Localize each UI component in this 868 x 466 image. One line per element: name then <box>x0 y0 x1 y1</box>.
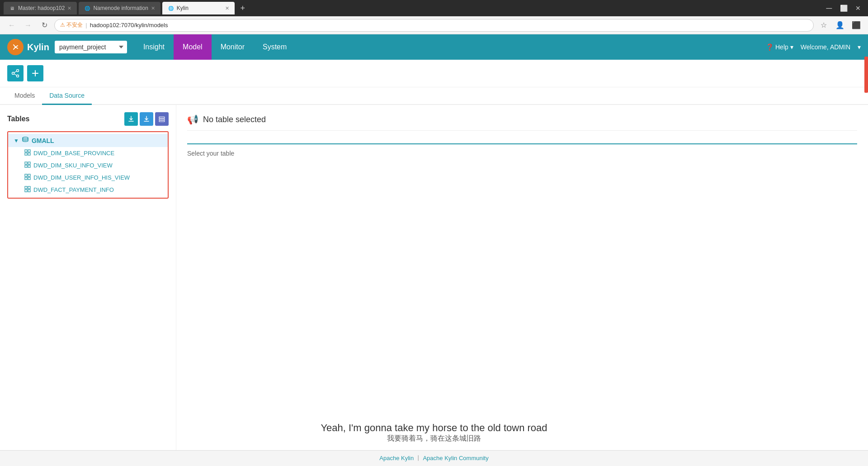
table-name-0: DWD_DIM_BASE_PROVINCE <box>33 150 114 157</box>
svg-rect-25 <box>28 186 30 189</box>
svg-rect-22 <box>25 177 27 180</box>
footer-link-community[interactable]: Apache Kylin Community <box>423 455 488 461</box>
nav-right: ❓ Help ▾ Welcome, ADMIN ▾ <box>766 43 861 51</box>
tab-datasource[interactable]: Data Source <box>42 87 92 105</box>
table-name-1: DWD_DIM_SKU_INFO_VIEW <box>33 162 113 169</box>
help-label: Help <box>775 43 788 51</box>
svg-line-4 <box>14 71 16 73</box>
extension-button[interactable]: ⬛ <box>850 19 863 32</box>
browser-tab-3[interactable]: 🌐 Kylin ✕ <box>162 2 235 14</box>
schema-expand-icon: ▼ <box>14 138 19 144</box>
grid-icon <box>24 186 31 192</box>
content-area: Tables <box>0 105 868 466</box>
toolbar <box>0 60 868 87</box>
nav-insight[interactable]: Insight <box>134 34 174 60</box>
help-button[interactable]: ❓ Help ▾ <box>766 43 793 51</box>
tab-close-2[interactable]: ✕ <box>151 5 155 11</box>
download-icon <box>127 115 135 123</box>
svg-point-2 <box>17 75 19 77</box>
tab-models[interactable]: Models <box>7 87 42 105</box>
back-button[interactable]: ← <box>5 19 18 32</box>
kylin-logo: Kylin <box>7 39 49 55</box>
project-dropdown[interactable]: payment_project <box>55 41 127 53</box>
kylin-logo-icon <box>7 39 24 55</box>
project-selector[interactable]: payment_project <box>55 41 127 53</box>
load-table-btn[interactable] <box>124 112 138 126</box>
reload-button[interactable]: ↻ <box>38 19 51 32</box>
nav-model[interactable]: Model <box>174 34 212 60</box>
account-button[interactable]: 👤 <box>834 19 846 32</box>
forward-button[interactable]: → <box>22 19 34 32</box>
grid-icon <box>24 149 31 156</box>
svg-rect-20 <box>25 174 27 176</box>
welcome-text[interactable]: Welcome, ADMIN <box>801 43 850 51</box>
share-icon <box>11 69 19 77</box>
table-name-3: DWD_FACT_PAYMENT_INFO <box>33 186 114 193</box>
db-schema-icon <box>22 137 29 143</box>
nav-links: Insight Model Monitor System <box>134 34 296 60</box>
table-grid-icon-2 <box>24 174 31 181</box>
svg-rect-8 <box>159 117 165 118</box>
table-tree: ▼ GMALL <box>7 131 169 199</box>
share-button[interactable] <box>7 65 24 81</box>
scroll-indicator[interactable] <box>864 57 868 93</box>
help-chevron-icon: ▾ <box>790 43 793 51</box>
nav-monitor[interactable]: Monitor <box>212 34 254 60</box>
svg-rect-12 <box>25 150 27 152</box>
table-item-1[interactable]: DWD_DIM_SKU_INFO_VIEW <box>8 159 168 171</box>
table-item-0[interactable]: DWD_DIM_BASE_PROVINCE <box>8 147 168 159</box>
svg-rect-10 <box>159 120 165 122</box>
help-icon: ❓ <box>766 43 774 51</box>
new-tab-button[interactable]: + <box>236 2 249 14</box>
add-button[interactable] <box>27 65 43 81</box>
browser-tab-2[interactable]: 🌐 Namenode information ✕ <box>79 2 160 14</box>
table-item-2[interactable]: DWD_DIM_USER_INFO_HIS_VIEW <box>8 171 168 184</box>
db-btn[interactable] <box>155 112 169 126</box>
tab-favicon-2: 🌐 <box>84 5 90 11</box>
nav-system[interactable]: System <box>254 34 296 60</box>
svg-point-11 <box>23 137 28 139</box>
subtitle-chinese: 我要骑着马，骑在这条城旧路 <box>321 434 547 443</box>
tab-favicon-3: 🌐 <box>168 5 174 11</box>
table-grid-icon-1 <box>24 162 31 169</box>
svg-rect-13 <box>28 150 30 152</box>
tab-close-3[interactable]: ✕ <box>225 5 229 11</box>
svg-rect-9 <box>159 119 165 120</box>
tab-close-1[interactable]: ✕ <box>67 5 71 11</box>
footer-sep1: 丨 <box>415 455 421 461</box>
footer: Apache Kylin 丨 Apache Kylin Community <box>0 450 868 466</box>
footer-text1: Apache Kylin 丨 Apache Kylin Community <box>379 455 488 461</box>
sync-icon <box>143 115 150 123</box>
maximize-button[interactable]: ⬜ <box>837 2 850 14</box>
close-window-button[interactable]: ✕ <box>852 2 864 14</box>
subtitle-overlay: Yeah, I'm gonna take my horse to the old… <box>321 422 547 443</box>
minimize-button[interactable]: ─ <box>823 2 835 14</box>
browser-tab-1[interactable]: 🖥 Master: hadoop102 ✕ <box>4 2 77 14</box>
browser-actions: ☆ 👤 ⬛ <box>817 19 863 32</box>
tab-favicon-1: 🖥 <box>9 5 15 11</box>
footer-link-kylin[interactable]: Apache Kylin <box>379 455 414 461</box>
bookmark-button[interactable]: ☆ <box>817 19 830 32</box>
tab-title-3: Kylin <box>177 5 189 11</box>
svg-rect-24 <box>25 186 27 189</box>
svg-rect-27 <box>28 190 30 192</box>
svg-rect-23 <box>28 177 30 180</box>
sync-table-btn[interactable] <box>140 112 153 126</box>
tab-title-2: Namenode information <box>93 5 148 11</box>
kylin-logo-text: Kylin <box>27 42 49 52</box>
table-item-3[interactable]: DWD_FACT_PAYMENT_INFO <box>8 184 168 196</box>
svg-point-1 <box>17 70 19 72</box>
browser-titlebar: 🖥 Master: hadoop102 ✕ 🌐 Namenode informa… <box>0 0 868 16</box>
main-content: Models Data Source Tables <box>0 60 868 466</box>
select-table-hint: Select your table <box>187 150 857 157</box>
svg-line-5 <box>14 74 16 76</box>
browser-chrome: 🖥 Master: hadoop102 ✕ 🌐 Namenode informa… <box>0 0 868 34</box>
tables-header: Tables <box>7 112 169 126</box>
tables-actions <box>124 112 169 126</box>
tab-title-1: Master: hadoop102 <box>18 5 65 11</box>
schema-item-gmall[interactable]: ▼ GMALL <box>8 134 168 147</box>
svg-rect-14 <box>25 153 27 155</box>
database-icon <box>158 115 165 123</box>
address-bar[interactable]: ⚠ 不安全 | hadoop102:7070/kylin/models <box>54 19 814 32</box>
tables-title: Tables <box>7 115 30 123</box>
